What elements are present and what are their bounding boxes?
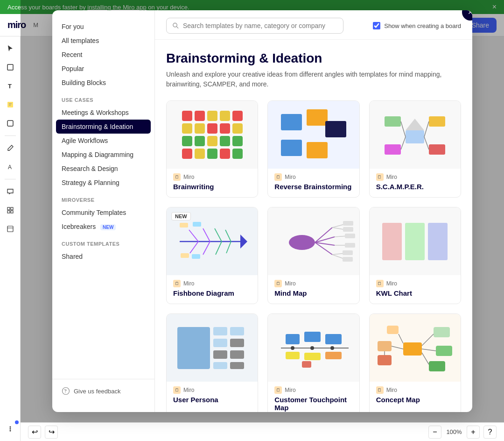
svg-rect-46: [193, 222, 201, 227]
miro-badge: 🗒: [376, 386, 384, 394]
template-card-kwl[interactable]: 🗒 Miro KWL Chart: [369, 207, 461, 304]
help-button[interactable]: ?: [483, 426, 497, 439]
miroverse-label: MIROVERSE: [52, 190, 154, 206]
section-description: Unleash and explore your creative ideas …: [166, 70, 446, 89]
svg-rect-73: [230, 339, 244, 347]
left-toolbar: T A: [0, 36, 21, 441]
redo-button[interactable]: ↪: [45, 426, 58, 439]
sidebar-item-building-blocks[interactable]: Building Blocks: [52, 76, 154, 90]
sidebar-item-meetings[interactable]: Meetings & Workshops: [52, 106, 154, 120]
note-tool[interactable]: [2, 96, 19, 113]
svg-line-42: [203, 242, 210, 255]
template-card-mindmap[interactable]: 🗒 Miro Mind Map: [267, 207, 359, 304]
miro-badge: 🗒: [173, 280, 181, 287]
bottom-bar: ↩ ↪ − 100% + ?: [21, 422, 504, 441]
sidebar-item-popular[interactable]: Popular: [52, 62, 154, 76]
chat-tool[interactable]: [2, 183, 19, 200]
svg-point-14: [9, 428, 11, 430]
svg-rect-20: [281, 114, 302, 130]
svg-text:T: T: [8, 83, 12, 90]
template-card-scamper[interactable]: 🗒 Miro S.C.A.M.P.E.R.: [369, 100, 461, 198]
zoom-level-display: 100%: [445, 428, 463, 435]
template-card-brainwriting[interactable]: 🗒 Miro Brainwriting: [166, 100, 258, 198]
svg-rect-77: [230, 362, 244, 369]
template-card-persona[interactable]: 🗒 Miro User Persona: [166, 313, 258, 412]
svg-line-37: [189, 230, 198, 242]
persona-svg: [170, 320, 254, 376]
zoom-in-button[interactable]: +: [467, 426, 480, 439]
text-tool[interactable]: T: [2, 78, 19, 94]
svg-line-31: [424, 137, 429, 149]
grid-tool[interactable]: [2, 202, 19, 219]
template-card-concept[interactable]: 🗒 Miro Concept Map: [369, 313, 461, 412]
sidebar-item-shared[interactable]: Shared: [52, 249, 154, 263]
sidebar-item-research[interactable]: Research & Design: [52, 162, 154, 176]
sidebar-item-all-templates[interactable]: All templates: [52, 34, 154, 48]
svg-point-17: [65, 392, 65, 393]
panel-tool[interactable]: [2, 220, 19, 237]
search-input[interactable]: [183, 22, 337, 29]
sidebar-footer: Give us feedback: [52, 379, 154, 403]
provider-label: Miro: [386, 174, 397, 180]
zoom-out-button[interactable]: −: [428, 426, 441, 439]
template-card-touchpoint[interactable]: 🗒 Miro Customer Touchpoint Map: [267, 313, 359, 412]
sidebar-item-brainstorming[interactable]: Brainstorming & Ideation: [56, 120, 151, 134]
feedback-link[interactable]: Give us feedback: [62, 387, 145, 395]
templates-grid: 🗒 Miro Brainwriting: [166, 100, 461, 412]
pen-tool[interactable]: [2, 140, 19, 156]
template-thumb-mindmap: [268, 207, 359, 275]
svg-rect-76: [213, 362, 227, 369]
sidebar-item-community[interactable]: Community Templates: [52, 206, 154, 220]
letter-tool[interactable]: A: [2, 158, 19, 175]
sidebar-item-for-you[interactable]: For you: [52, 20, 154, 34]
provider-label: Miro: [285, 174, 295, 180]
provider-label: Miro: [183, 387, 194, 393]
svg-point-83: [310, 346, 314, 350]
template-info-persona: 🗒 Miro User Persona: [167, 382, 258, 410]
template-info-scamper: 🗒 Miro S.C.A.M.P.E.R.: [370, 169, 461, 197]
svg-rect-85: [286, 352, 300, 359]
template-info-brainwriting: 🗒 Miro Brainwriting: [167, 169, 258, 197]
svg-rect-60: [343, 221, 353, 226]
shape-tool[interactable]: [2, 115, 19, 132]
svg-rect-67: [405, 223, 425, 260]
template-info-mindmap: 🗒 Miro Mind Map: [268, 275, 359, 304]
svg-rect-64: [343, 250, 353, 255]
cursor-tool[interactable]: [2, 40, 19, 57]
frame-tool[interactable]: [2, 59, 19, 76]
search-box[interactable]: [166, 18, 343, 34]
sidebar-item-strategy[interactable]: Strategy & Planning: [52, 176, 154, 190]
content-scroll: Brainstorming & Ideation Unleash and exp…: [155, 40, 472, 412]
main-content: Show when creating a board Brainstorming…: [155, 10, 472, 412]
svg-rect-86: [304, 353, 321, 360]
toolbar-divider-1: [5, 135, 16, 136]
undo-button[interactable]: ↩: [28, 426, 41, 439]
sidebar-item-icebreakers[interactable]: Icebreakers NEW: [52, 220, 154, 234]
provider-label: Miro: [386, 387, 397, 393]
template-card-fishbone[interactable]: NEW: [166, 207, 258, 304]
section-title: Brainstorming & Ideation: [166, 51, 461, 66]
template-thumb-brainwriting: [167, 101, 258, 169]
svg-rect-81: [325, 334, 342, 344]
svg-line-97: [392, 346, 403, 349]
template-card-reverse[interactable]: 🗒 Miro Reverse Brainstorming: [267, 100, 359, 198]
svg-rect-71: [230, 327, 244, 335]
scamper-svg: [378, 107, 452, 163]
miro-badge: 🗒: [274, 386, 282, 394]
template-provider-persona: 🗒 Miro: [173, 386, 251, 394]
sidebar-item-recent[interactable]: Recent: [52, 48, 154, 62]
sidebar-item-mapping[interactable]: Mapping & Diagramming: [52, 148, 154, 162]
zoom-controls: ↩ ↪: [28, 426, 58, 439]
toolbar-divider-2: [5, 179, 16, 179]
template-info-kwl: 🗒 Miro KWL Chart: [370, 275, 461, 304]
more-tools[interactable]: [2, 420, 19, 437]
svg-rect-63: [345, 243, 355, 248]
svg-rect-29: [385, 144, 401, 155]
miro-badge: 🗒: [376, 173, 384, 181]
svg-rect-22: [325, 121, 346, 137]
sidebar-item-agile[interactable]: Agile Workflows: [52, 134, 154, 148]
template-thumb-scamper: [370, 101, 461, 169]
svg-rect-26: [429, 116, 445, 127]
show-checkbox[interactable]: [373, 22, 380, 29]
svg-line-93: [422, 349, 436, 351]
